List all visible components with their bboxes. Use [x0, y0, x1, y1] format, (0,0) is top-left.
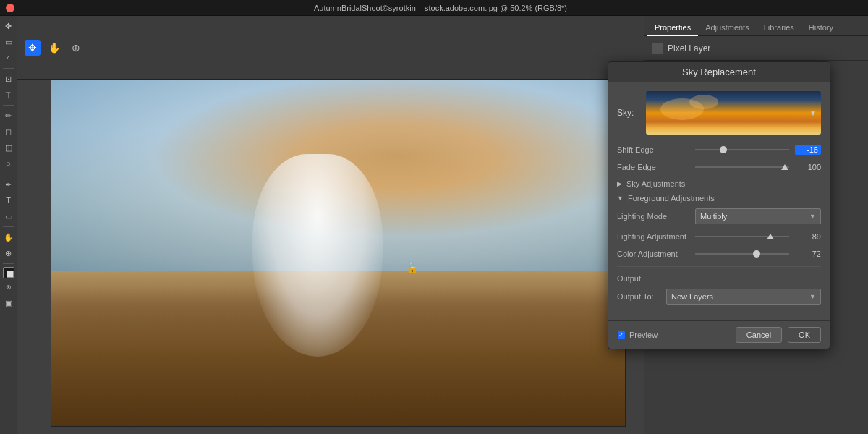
lighting-adjustment-row: Lighting Adjustment 89 [617, 231, 821, 242]
foreground-adjustments-label: Foreground Adjustments [628, 194, 715, 203]
foreground-adjustments-arrow: ▼ [617, 195, 624, 202]
color-adjustment-slider[interactable] [695, 249, 789, 259]
tool-separator-4 [3, 226, 14, 227]
gradient-tool[interactable]: ◫ [1, 140, 16, 155]
brush-tool[interactable]: ✏ [1, 109, 16, 123]
output-label: Output [617, 274, 821, 283]
color-adjustment-track [695, 253, 789, 255]
fade-edge-value: 100 [795, 163, 821, 171]
output-to-select[interactable]: New Layers ▼ [666, 289, 821, 305]
canvas-image [51, 80, 626, 427]
dodge-tool[interactable]: ○ [1, 156, 16, 171]
screen-mode[interactable]: ▣ [1, 296, 16, 310]
sky-label: Sky: [617, 108, 639, 118]
color-adjustment-thumb[interactable] [753, 250, 760, 258]
ok-button[interactable]: OK [788, 327, 821, 343]
lighting-adjustment-label: Lighting Adjustment [617, 232, 689, 241]
output-to-value: New Layers [671, 292, 713, 301]
sky-adjustments-arrow: ▶ [617, 180, 622, 187]
lighting-adjustment-slider[interactable] [695, 231, 789, 242]
tool-separator-3 [3, 174, 14, 174]
color-adjustment-value: 72 [795, 250, 821, 258]
eyedropper-tool[interactable]: ⌶ [1, 88, 16, 102]
zoom-tool[interactable]: ⊕ [1, 246, 16, 260]
top-bar: AutumnBridalShoot©syrotkin – stock.adobe… [0, 0, 868, 16]
pixel-layer-icon [652, 43, 663, 54]
output-to-label: Output To: [617, 292, 660, 301]
fade-edge-slider[interactable] [695, 162, 789, 172]
sky-replacement-dialog: Sky Replacement Sky: ▼ Shift Edge -16 [608, 61, 830, 349]
lasso-tool[interactable]: ◜ [1, 51, 16, 65]
output-section: Output Output To: New Layers ▼ [617, 266, 821, 305]
pixel-layer-label: Pixel Layer [668, 43, 710, 54]
sky-preview-container[interactable]: ▼ [646, 91, 821, 135]
lighting-mode-arrow: ▼ [809, 213, 816, 220]
lock-icon: 🔒 [406, 262, 418, 273]
sky-adjustments-label: Sky Adjustments [626, 179, 685, 188]
shift-edge-track [695, 149, 789, 150]
close-button[interactable] [6, 4, 14, 12]
left-toolbar: ✥ ▭ ◜ ⊡ ⌶ ✏ ◻ ◫ ○ ✒ T ▭ ✋ ⊕ ⊗ ▣ [0, 16, 17, 434]
fade-edge-label: Fade Edge [617, 163, 689, 171]
select-rect-tool[interactable]: ▭ [1, 35, 16, 49]
lighting-mode-row: Lighting Mode: Multiply ▼ [617, 208, 821, 224]
tool-separator-2 [3, 105, 14, 106]
dialog-title: Sky Replacement [682, 67, 756, 77]
fade-edge-row: Fade Edge 100 [617, 162, 821, 172]
foreground-color[interactable] [3, 267, 14, 278]
output-select-arrow: ▼ [809, 293, 816, 300]
shift-edge-value[interactable]: -16 [795, 145, 821, 155]
shift-edge-row: Shift Edge -16 [617, 145, 821, 155]
cancel-button[interactable]: Cancel [736, 327, 782, 343]
tab-adjustments[interactable]: Adjustments [698, 20, 757, 36]
preview-checkbox-row[interactable]: ✓ Preview [617, 331, 658, 339]
preview-checkbox[interactable]: ✓ [617, 331, 626, 339]
sky-row: Sky: ▼ [617, 91, 821, 135]
dialog-body: Sky: ▼ Shift Edge -16 Fade Edge [608, 82, 830, 320]
dialog-titlebar: Sky Replacement [608, 62, 830, 82]
window-title: AutumnBridalShoot©syrotkin – stock.adobe… [19, 4, 862, 12]
output-to-row: Output To: New Layers ▼ [617, 289, 821, 305]
lighting-adjustment-thumb[interactable] [767, 234, 774, 239]
canvas-area[interactable]: ✥ ✋ ⊕ 🔒 [17, 16, 644, 434]
sky-preview-image [646, 91, 821, 135]
canvas-hand-icon[interactable]: ✋ [46, 40, 62, 56]
fade-edge-track [695, 166, 789, 168]
canvas-toolbar: ✥ ✋ ⊕ [17, 16, 644, 80]
canvas-move-icon[interactable]: ✥ [25, 40, 41, 56]
canvas-zoom-icon[interactable]: ⊕ [68, 40, 84, 56]
properties-tabs: Properties Adjustments Libraries History [644, 16, 868, 36]
eraser-tool[interactable]: ◻ [1, 124, 16, 139]
pixel-layer-row: Pixel Layer [644, 36, 868, 61]
hand-tool[interactable]: ✋ [1, 230, 16, 244]
foreground-adjustments-section[interactable]: ▼ Foreground Adjustments [617, 194, 821, 203]
color-adjustment-label: Color Adjustment [617, 250, 689, 258]
dialog-footer: ✓ Preview Cancel OK [608, 320, 830, 349]
lighting-adjustment-value: 89 [795, 232, 821, 241]
tab-properties[interactable]: Properties [647, 20, 698, 36]
lighting-mode-select[interactable]: Multiply ▼ [695, 208, 821, 224]
text-tool[interactable]: T [1, 193, 16, 208]
lighting-mode-value: Multiply [700, 212, 727, 221]
lighting-mode-label: Lighting Mode: [617, 212, 689, 221]
sky-dropdown-arrow: ▼ [809, 109, 817, 117]
lighting-adjustment-track [695, 236, 789, 237]
pen-tool[interactable]: ✒ [1, 177, 16, 192]
fade-edge-thumb[interactable] [781, 164, 788, 170]
quick-mask[interactable]: ⊗ [1, 280, 16, 294]
tool-separator-5 [3, 263, 14, 264]
shift-edge-thumb[interactable] [720, 146, 727, 153]
shift-edge-slider[interactable] [695, 145, 789, 155]
tab-history[interactable]: History [801, 20, 841, 36]
shift-edge-label: Shift Edge [617, 145, 689, 154]
crop-tool[interactable]: ⊡ [1, 72, 16, 86]
preview-label: Preview [629, 331, 658, 339]
figure-layer [252, 154, 383, 357]
tool-separator [3, 68, 14, 69]
sky-adjustments-section[interactable]: ▶ Sky Adjustments [617, 179, 821, 188]
move-tool[interactable]: ✥ [1, 19, 16, 33]
tab-libraries[interactable]: Libraries [757, 20, 801, 36]
color-adjustment-row: Color Adjustment 72 [617, 249, 821, 259]
shape-tool[interactable]: ▭ [1, 209, 16, 224]
